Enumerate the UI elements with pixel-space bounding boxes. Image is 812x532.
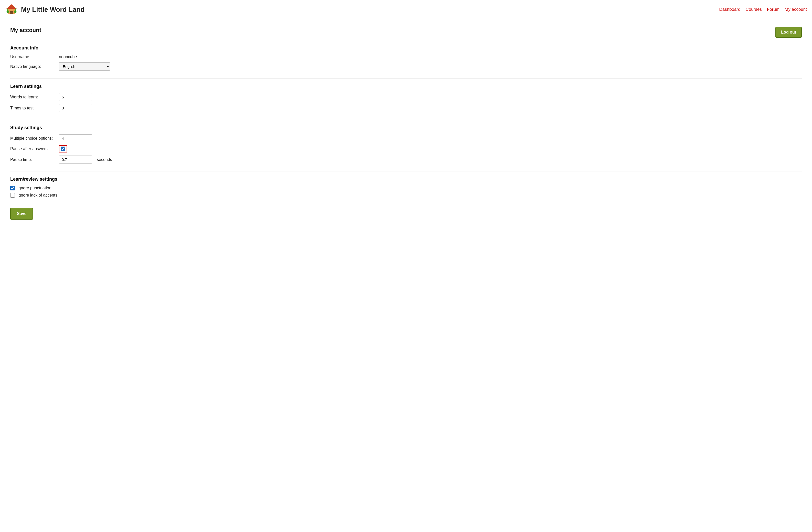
account-info-section: Account info Username: neoncube Native l… xyxy=(10,45,802,71)
svg-marker-1 xyxy=(6,4,17,9)
logout-button[interactable]: Log out xyxy=(775,27,802,38)
times-to-test-input[interactable] xyxy=(59,104,92,112)
save-button[interactable]: Save xyxy=(10,208,33,220)
study-settings-title: Study settings xyxy=(10,125,802,130)
nav-myaccount[interactable]: My account xyxy=(785,7,807,12)
words-to-learn-row: Words to learn: xyxy=(10,93,802,101)
account-info-title: Account info xyxy=(10,45,802,51)
page-header: My account Log out xyxy=(10,27,802,38)
app-title: My Little Word Land xyxy=(21,6,85,14)
pause-time-label: Pause time: xyxy=(10,157,56,162)
learn-settings-title: Learn settings xyxy=(10,84,802,89)
multiple-choice-row: Multiple choice options: xyxy=(10,134,802,142)
ignore-punctuation-checkbox[interactable] xyxy=(10,186,15,191)
page-title: My account xyxy=(10,27,41,33)
main-content: My account Log out Account info Username… xyxy=(0,19,812,532)
pause-after-checkbox[interactable] xyxy=(61,146,65,151)
username-row: Username: neoncube xyxy=(10,55,802,59)
native-language-label: Native language: xyxy=(10,64,56,69)
nav-forum[interactable]: Forum xyxy=(767,7,780,12)
pause-time-row: Pause time: seconds xyxy=(10,156,802,164)
words-to-learn-input[interactable] xyxy=(59,93,92,101)
divider-3 xyxy=(10,171,802,171)
pause-after-label: Pause after answers: xyxy=(10,146,56,151)
ignore-punctuation-row: Ignore punctuation xyxy=(10,186,802,191)
nav-dashboard[interactable]: Dashboard xyxy=(719,7,740,12)
pause-after-row: Pause after answers: xyxy=(10,145,802,153)
native-language-select[interactable]: English Spanish French German Italian Po… xyxy=(59,62,110,71)
header: My Little Word Land Dashboard Courses Fo… xyxy=(0,0,812,19)
study-settings-section: Study settings Multiple choice options: … xyxy=(10,125,802,164)
nav-courses[interactable]: Courses xyxy=(746,7,762,12)
pause-after-checkbox-wrapper xyxy=(59,145,67,153)
username-label: Username: xyxy=(10,55,56,59)
ignore-accents-row: Ignore lack of accents xyxy=(10,193,802,198)
multiple-choice-label: Multiple choice options: xyxy=(10,136,56,141)
logo-icon xyxy=(5,3,18,16)
ignore-accents-checkbox[interactable] xyxy=(10,193,15,198)
multiple-choice-input[interactable] xyxy=(59,134,92,142)
svg-rect-2 xyxy=(10,11,13,14)
native-language-row: Native language: English Spanish French … xyxy=(10,62,802,71)
times-to-test-row: Times to test: xyxy=(10,104,802,112)
learn-settings-section: Learn settings Words to learn: Times to … xyxy=(10,84,802,112)
review-settings-title: Learn/review settings xyxy=(10,177,802,182)
review-settings-section: Learn/review settings Ignore punctuation… xyxy=(10,177,802,198)
ignore-accents-label: Ignore lack of accents xyxy=(17,193,57,198)
username-value: neoncube xyxy=(59,55,77,59)
header-left: My Little Word Land xyxy=(5,3,85,16)
ignore-punctuation-label: Ignore punctuation xyxy=(17,186,52,191)
times-to-test-label: Times to test: xyxy=(10,106,56,110)
seconds-label: seconds xyxy=(97,157,112,162)
header-nav: Dashboard Courses Forum My account xyxy=(719,7,807,12)
words-to-learn-label: Words to learn: xyxy=(10,95,56,99)
divider-2 xyxy=(10,120,802,120)
pause-time-input[interactable] xyxy=(59,156,92,164)
